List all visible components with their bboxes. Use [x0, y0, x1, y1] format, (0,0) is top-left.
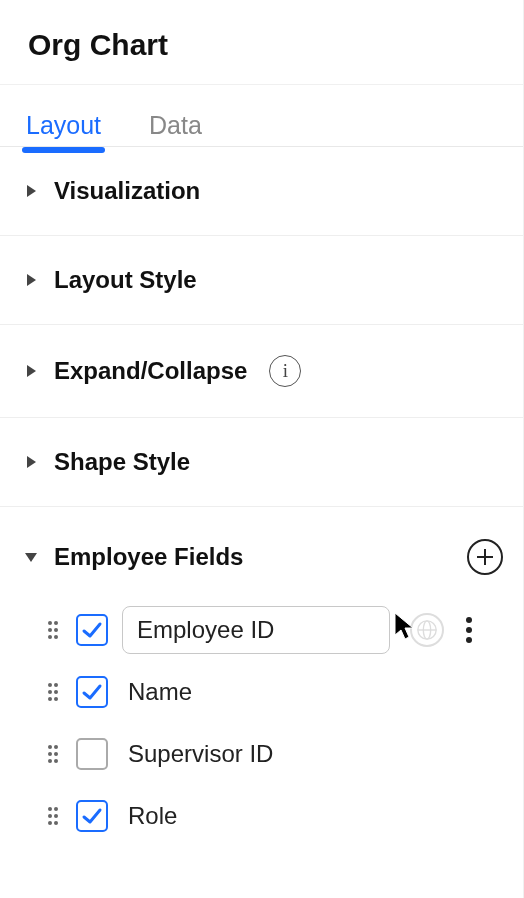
info-icon[interactable]: i [269, 355, 301, 387]
tab-data[interactable]: Data [147, 85, 204, 146]
drag-handle-icon[interactable] [44, 744, 62, 764]
caret-right-icon [22, 273, 40, 287]
tab-bar: Layout Data [0, 85, 523, 147]
svg-point-23 [48, 745, 52, 749]
tab-layout[interactable]: Layout [24, 85, 103, 146]
drag-handle-icon[interactable] [44, 682, 62, 702]
svg-point-22 [54, 697, 58, 701]
field-label[interactable]: Role [122, 802, 177, 830]
caret-down-icon [22, 551, 40, 563]
caret-right-icon [22, 364, 40, 378]
svg-marker-2 [27, 365, 36, 377]
svg-point-29 [48, 807, 52, 811]
svg-point-30 [54, 807, 58, 811]
svg-point-28 [54, 759, 58, 763]
field-list: Employee ID [0, 595, 523, 847]
svg-point-7 [48, 621, 52, 625]
drag-handle-icon[interactable] [44, 620, 62, 640]
svg-point-17 [48, 683, 52, 687]
add-field-button[interactable] [467, 539, 503, 575]
field-row: Role [44, 785, 513, 847]
svg-marker-1 [27, 274, 36, 286]
tab-active-underline [22, 147, 105, 153]
svg-point-9 [48, 628, 52, 632]
section-layout-style-title: Layout Style [54, 266, 197, 294]
svg-marker-3 [27, 456, 36, 468]
svg-marker-4 [25, 553, 37, 562]
drag-handle-icon[interactable] [44, 806, 62, 826]
panel-title: Org Chart [0, 0, 523, 85]
section-shape-style-title: Shape Style [54, 448, 190, 476]
globe-icon[interactable] [410, 613, 444, 647]
tab-layout-label: Layout [26, 111, 101, 139]
svg-point-20 [54, 690, 58, 694]
field-row: Name [44, 661, 513, 723]
svg-point-8 [54, 621, 58, 625]
svg-point-33 [48, 821, 52, 825]
tab-data-label: Data [149, 111, 202, 139]
field-checkbox[interactable] [76, 676, 108, 708]
svg-point-10 [54, 628, 58, 632]
more-options-button[interactable] [462, 613, 476, 647]
caret-right-icon [22, 455, 40, 469]
section-layout-style[interactable]: Layout Style [0, 236, 523, 325]
check-icon [81, 805, 103, 827]
field-name-input[interactable]: Employee ID [122, 606, 390, 654]
svg-point-32 [54, 814, 58, 818]
section-shape-style[interactable]: Shape Style [0, 418, 523, 507]
field-label[interactable]: Name [122, 678, 192, 706]
svg-point-18 [54, 683, 58, 687]
section-employee-fields-title: Employee Fields [54, 543, 243, 571]
section-employee-fields[interactable]: Employee Fields [0, 507, 523, 595]
check-icon [81, 681, 103, 703]
svg-marker-0 [27, 185, 36, 197]
plus-icon [476, 548, 494, 566]
section-expand-collapse-title: Expand/Collapse [54, 357, 247, 385]
svg-point-21 [48, 697, 52, 701]
svg-point-26 [54, 752, 58, 756]
svg-point-24 [54, 745, 58, 749]
svg-point-34 [54, 821, 58, 825]
field-label: Employee ID [137, 616, 274, 644]
svg-point-11 [48, 635, 52, 639]
svg-point-19 [48, 690, 52, 694]
svg-point-12 [54, 635, 58, 639]
svg-point-27 [48, 759, 52, 763]
section-visualization[interactable]: Visualization [0, 147, 523, 236]
section-expand-collapse[interactable]: Expand/Collapse i [0, 325, 523, 418]
svg-point-25 [48, 752, 52, 756]
check-icon [81, 619, 103, 641]
field-row: Supervisor ID [44, 723, 513, 785]
field-checkbox[interactable] [76, 738, 108, 770]
caret-right-icon [22, 184, 40, 198]
field-checkbox[interactable] [76, 800, 108, 832]
field-row: Employee ID [44, 599, 513, 661]
section-visualization-title: Visualization [54, 177, 200, 205]
field-checkbox[interactable] [76, 614, 108, 646]
svg-point-31 [48, 814, 52, 818]
field-label[interactable]: Supervisor ID [122, 740, 273, 768]
